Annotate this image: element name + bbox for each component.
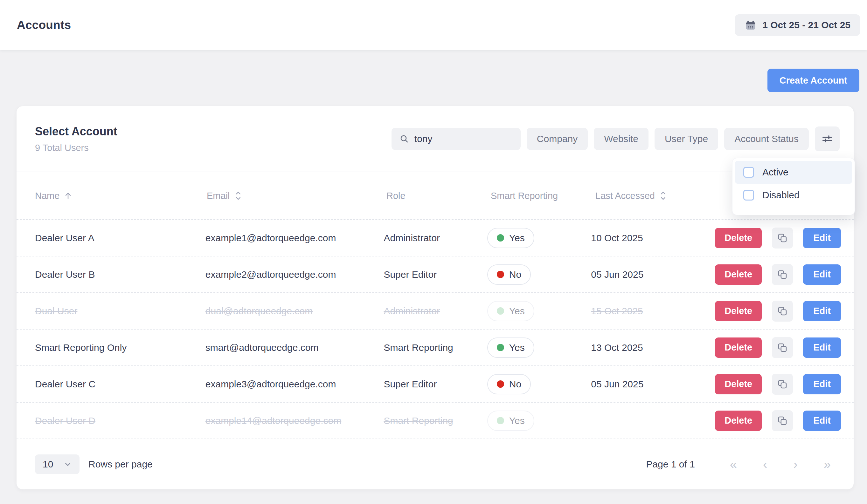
sliders-icon — [821, 132, 834, 145]
filter-account-status-button[interactable]: Account Status — [724, 128, 809, 150]
smart-reporting-badge: Yes — [487, 410, 534, 431]
smart-reporting-badge: Yes — [487, 338, 534, 358]
edit-button[interactable]: Edit — [803, 264, 841, 285]
dropdown-option-label: Disabled — [762, 190, 800, 200]
table-row: Dealer User B example2@adtorqueedge.com … — [17, 256, 854, 293]
copy-button[interactable] — [772, 264, 793, 285]
column-header-email[interactable]: Email — [207, 191, 386, 201]
smart-reporting-badge: No — [487, 264, 531, 285]
edit-button[interactable]: Edit — [803, 374, 841, 394]
cell-role: Smart Reporting — [384, 415, 487, 426]
disabled-checkbox[interactable] — [743, 190, 754, 200]
sort-asc-icon — [63, 191, 73, 200]
cell-name: Smart Reporting Only — [35, 342, 205, 353]
filter-website-button[interactable]: Website — [594, 128, 649, 150]
total-users-count: 9 Total Users — [35, 143, 117, 153]
status-dot — [497, 234, 504, 241]
copy-button[interactable] — [772, 374, 793, 395]
table-header: Name Email Role Smart Reporting Last Acc… — [17, 172, 854, 220]
copy-button[interactable] — [772, 410, 793, 431]
sort-both-icon — [659, 191, 667, 201]
previous-page-button[interactable]: ‹ — [763, 458, 767, 471]
edit-button[interactable]: Edit — [803, 228, 841, 248]
copy-icon — [777, 379, 788, 390]
delete-button[interactable]: Delete — [715, 410, 762, 431]
copy-button[interactable] — [772, 337, 793, 358]
smart-reporting-badge: Yes — [487, 228, 534, 248]
cell-email: smart@adtorqueedge.com — [205, 342, 384, 353]
edit-button[interactable]: Edit — [803, 338, 841, 358]
dropdown-option-active[interactable]: Active — [735, 161, 852, 184]
select-account-panel: Select Account 9 Total Users Company Web… — [17, 106, 854, 489]
status-dot — [497, 344, 504, 351]
status-dot — [497, 380, 504, 388]
top-bar: Accounts 1 Oct 25 - 21 Oct 25 — [0, 0, 867, 50]
delete-button[interactable]: Delete — [715, 228, 762, 248]
edit-button[interactable]: Edit — [803, 410, 841, 431]
cell-email: dual@adtorqueedge.com — [205, 306, 384, 317]
active-checkbox[interactable] — [743, 167, 754, 178]
cell-role: Super Editor — [384, 269, 487, 280]
cell-email: example2@adtorqueedge.com — [205, 269, 384, 280]
create-account-button[interactable]: Create Account — [768, 69, 859, 92]
chevron-down-icon — [64, 460, 72, 468]
copy-button[interactable] — [772, 228, 793, 249]
cell-email: example3@adtorqueedge.com — [205, 379, 384, 390]
copy-icon — [777, 306, 788, 317]
copy-button[interactable] — [772, 300, 793, 321]
cell-last-accessed: 13 Oct 2025 — [591, 342, 715, 353]
copy-icon — [777, 269, 788, 280]
delete-button[interactable]: Delete — [715, 264, 762, 285]
column-header-name[interactable]: Name — [35, 191, 207, 201]
cell-name: Dealer User C — [35, 379, 205, 390]
dropdown-option-disabled[interactable]: Disabled — [735, 184, 852, 207]
account-status-dropdown: Active Disabled — [732, 158, 855, 215]
delete-button[interactable]: Delete — [715, 301, 762, 321]
cell-name: Dealer User B — [35, 269, 205, 280]
table-row: Dealer User D example14@adtorqueedge.com… — [17, 403, 854, 439]
cell-role: Administrator — [384, 306, 487, 317]
pagination: « ‹ › » — [730, 458, 831, 471]
status-dot — [497, 417, 504, 424]
copy-icon — [777, 342, 788, 353]
status-dot — [497, 271, 504, 278]
cell-email: example14@adtorqueedge.com — [205, 415, 384, 426]
column-header-last-accessed[interactable]: Last Accessed — [596, 191, 720, 201]
table-row: Smart Reporting Only smart@adtorqueedge.… — [17, 330, 854, 366]
table-row: Dual User dual@adtorqueedge.com Administ… — [17, 293, 854, 330]
cell-last-accessed: 10 Oct 2025 — [591, 233, 715, 243]
column-header-smart-reporting: Smart Reporting — [491, 191, 596, 201]
cell-role: Smart Reporting — [384, 342, 487, 353]
filter-user-type-button[interactable]: User Type — [654, 128, 718, 150]
smart-reporting-badge: No — [487, 374, 531, 394]
cell-email: example1@adtorqueedge.com — [205, 233, 384, 243]
rows-per-page-label: Rows per page — [88, 459, 153, 470]
filter-settings-button[interactable] — [815, 127, 839, 151]
panel-title: Select Account — [35, 125, 117, 138]
filter-row: Company Website User Type Account Status — [392, 127, 839, 151]
edit-button[interactable]: Edit — [803, 301, 841, 321]
rows-per-page-select[interactable]: 10 — [35, 454, 79, 474]
panel-header: Select Account 9 Total Users Company Web… — [17, 106, 854, 172]
date-range-label: 1 Oct 25 - 21 Oct 25 — [762, 20, 850, 31]
copy-icon — [777, 233, 788, 243]
next-page-button[interactable]: › — [793, 458, 798, 471]
table-row: Dealer User A example1@adtorqueedge.com … — [17, 220, 854, 256]
sort-both-icon — [234, 191, 243, 201]
delete-button[interactable]: Delete — [715, 374, 762, 394]
search-input[interactable] — [415, 133, 513, 144]
status-dot — [497, 307, 504, 315]
cell-name: Dealer User A — [35, 233, 205, 243]
dropdown-option-label: Active — [762, 167, 789, 178]
delete-button[interactable]: Delete — [715, 338, 762, 358]
cell-role: Administrator — [384, 233, 487, 243]
search-box[interactable] — [392, 128, 521, 150]
date-range-picker[interactable]: 1 Oct 25 - 21 Oct 25 — [735, 14, 860, 36]
filter-company-button[interactable]: Company — [527, 128, 588, 150]
page-title: Accounts — [17, 19, 71, 32]
last-page-button[interactable]: » — [824, 458, 831, 471]
first-page-button[interactable]: « — [730, 458, 737, 471]
cell-name: Dual User — [35, 306, 205, 317]
calendar-icon — [745, 19, 757, 31]
table-footer: 10 Rows per page Page 1 of 1 « ‹ › » — [17, 439, 854, 489]
